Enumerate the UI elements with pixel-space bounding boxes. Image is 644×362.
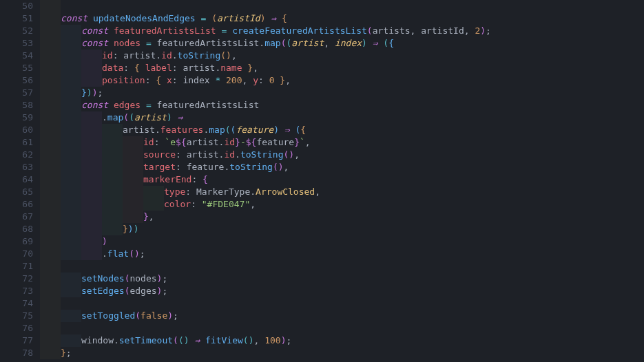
token: ${: [176, 137, 187, 147]
token: "#FDE047": [202, 199, 250, 209]
token: MarkerType: [196, 187, 250, 197]
token: id: [143, 137, 154, 147]
code-line[interactable]: source: artist.id.toString(),: [40, 149, 644, 161]
token: }: [242, 63, 253, 73]
code-line[interactable]: [40, 260, 644, 273]
line-number: 74: [0, 297, 33, 310]
code-line[interactable]: const nodes = featuredArtistsList.map((a…: [40, 37, 644, 50]
code-line[interactable]: id: artist.id.toString(),: [40, 50, 644, 62]
code-line[interactable]: [40, 322, 644, 334]
token: feature: [236, 125, 273, 135]
code-line[interactable]: .map((artist) ⇒: [40, 111, 644, 124]
token: createFeaturedArtistsList: [232, 25, 367, 36]
token: .: [172, 50, 178, 61]
token: [279, 125, 284, 135]
token: ,: [284, 162, 289, 172]
code-line[interactable]: [40, 0, 644, 12]
token: ⇒: [373, 38, 378, 48]
code-line[interactable]: [40, 297, 644, 310]
code-line[interactable]: };: [40, 347, 644, 359]
token: (: [135, 310, 141, 321]
token: featuredArtistsList: [157, 38, 260, 48]
code-line[interactable]: color: "#FDE047",: [40, 198, 644, 211]
token: ,: [410, 25, 421, 36]
token: :: [145, 75, 156, 85]
code-line[interactable]: },: [40, 211, 644, 223]
token: setTimeout: [119, 335, 173, 345]
code-line[interactable]: .flat();: [40, 248, 644, 260]
code-line[interactable]: const featuredArtistsList = createFeatur…: [40, 25, 644, 37]
token: setNodes: [81, 273, 125, 284]
token: .: [156, 50, 161, 61]
token: false: [141, 310, 167, 321]
line-number: 78: [0, 347, 33, 359]
token: .: [114, 335, 119, 345]
token: {: [282, 13, 287, 23]
line-number: 50: [0, 0, 33, 12]
code-line[interactable]: })): [40, 223, 644, 235]
token: -: [240, 137, 246, 147]
token: ;: [486, 25, 491, 36]
token: ,: [253, 63, 258, 73]
token: artist: [291, 38, 324, 48]
token: }: [294, 137, 300, 147]
line-number: 61: [0, 136, 33, 149]
token: (: [123, 112, 129, 123]
code-line[interactable]: data: { label: artist.name },: [40, 62, 644, 74]
token: }: [143, 211, 149, 222]
code-line[interactable]: ): [40, 235, 644, 248]
token: (: [173, 335, 178, 345]
token: (: [383, 38, 388, 48]
code-line[interactable]: const edges = featuredArtistsList: [40, 99, 644, 111]
line-number: 57: [0, 87, 33, 99]
code-line[interactable]: position: { x: index * 200, y: 0 },: [40, 74, 644, 87]
token: updateNodesAndEdges: [93, 13, 196, 23]
code-line[interactable]: }));: [40, 87, 644, 99]
token: [290, 125, 295, 135]
token: :: [176, 149, 187, 160]
token: {: [156, 75, 167, 85]
token: (: [225, 125, 231, 135]
token: x: [167, 75, 172, 85]
line-number: 76: [0, 322, 33, 334]
token: ): [273, 125, 279, 135]
code-line[interactable]: type: MarkerType.ArrowClosed,: [40, 186, 644, 198]
token: name: [220, 63, 242, 73]
code-line[interactable]: id: `e${artist.id}-${feature}`,: [40, 136, 644, 149]
code-line[interactable]: setToggled(false);: [40, 310, 644, 322]
token: [200, 335, 205, 345]
token: type: [164, 187, 185, 197]
code-line[interactable]: artist.features.map((feature) ⇒ ({: [40, 124, 644, 136]
code-editor[interactable]: 5051525354555657585960616263646566676869…: [0, 0, 644, 362]
token: featuredArtistsList: [114, 25, 216, 36]
token: [196, 13, 201, 23]
token: ,: [231, 50, 237, 61]
token: (): [129, 248, 140, 259]
token: const: [81, 25, 108, 36]
token: ;: [97, 87, 103, 98]
code-line[interactable]: setEdges(edges);: [40, 285, 644, 297]
line-number: 55: [0, 62, 33, 74]
code-line[interactable]: markerEnd: {: [40, 173, 644, 186]
line-number: 66: [0, 198, 33, 211]
token: features: [160, 125, 204, 135]
code-area[interactable]: const updateNodesAndEdges = (artistId) ⇒…: [40, 0, 644, 362]
token: position: [102, 75, 145, 85]
token: artist: [187, 137, 219, 147]
token: 0: [269, 75, 275, 85]
code-line[interactable]: const updateNodesAndEdges = (artistId) ⇒…: [40, 12, 644, 25]
token: :: [191, 199, 202, 209]
token: ): [167, 112, 172, 123]
token: [108, 38, 114, 48]
code-line[interactable]: window.setTimeout(() ⇒ fitView(), 100);: [40, 334, 644, 347]
token: markerEnd: [143, 174, 191, 184]
token: `: [300, 137, 305, 147]
token: ArrowClosed: [256, 187, 315, 197]
line-number: 63: [0, 161, 33, 173]
token: data: [102, 63, 123, 73]
token: .: [155, 125, 160, 135]
token: const: [81, 100, 108, 110]
token: ⇒: [284, 125, 290, 135]
code-line[interactable]: target: feature.toString(),: [40, 161, 644, 173]
code-line[interactable]: setNodes(nodes);: [40, 273, 644, 285]
